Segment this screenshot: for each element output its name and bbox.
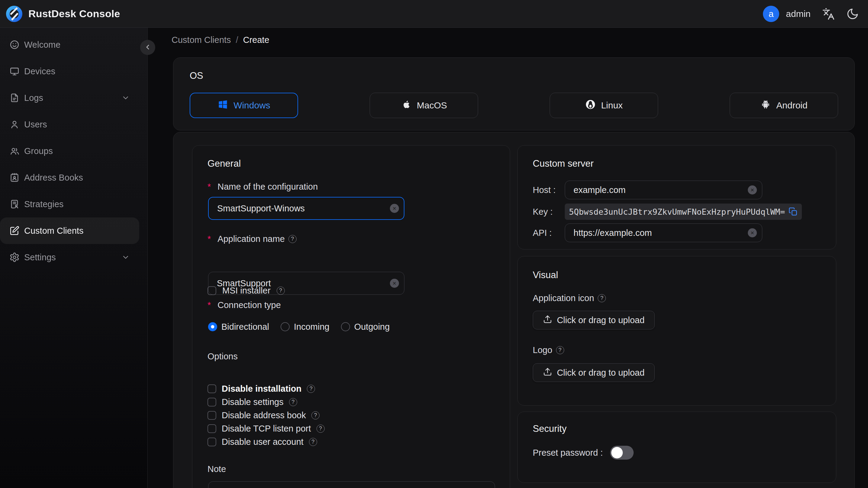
key-value: 5Qbwsde3unUcJBtrx9ZkvUmwFNoExHzpryHuPUdq… (569, 207, 785, 216)
configuration-section: General Name of the configuration Applic… (173, 132, 855, 488)
strategy-icon (9, 199, 20, 209)
dark-mode-moon-icon[interactable] (846, 7, 859, 20)
apple-icon (401, 99, 412, 112)
host-label: Host : (533, 185, 565, 195)
key-field[interactable]: 5Qbwsde3unUcJBtrx9ZkvUmwFNoExHzpryHuPUdq… (565, 204, 802, 220)
sidebar-item-users[interactable]: Users (0, 111, 147, 138)
help-icon[interactable] (316, 425, 325, 433)
sidebar-item-strategies[interactable]: Strategies (0, 191, 147, 217)
disable-user-account-checkbox[interactable] (208, 437, 216, 446)
visual-card: Visual Application icon Click or drag to… (517, 256, 836, 405)
option-disable-address-book: Disable address book (208, 410, 325, 421)
edit-icon (9, 225, 20, 236)
help-icon[interactable] (556, 346, 564, 354)
clear-icon[interactable] (390, 279, 399, 288)
msi-installer-checkbox[interactable] (208, 286, 216, 295)
os-windows-button[interactable]: Windows (190, 93, 298, 118)
option-disable-settings: Disable settings (208, 396, 325, 407)
sidebar: Welcome Devices Logs Users (0, 28, 148, 488)
sidebar-item-welcome[interactable]: Welcome (0, 31, 147, 58)
help-icon[interactable] (288, 235, 297, 243)
sidebar-item-label: Logs (24, 93, 43, 103)
os-macos-button[interactable]: MacOS (370, 93, 478, 118)
os-option-label: Windows (234, 100, 270, 111)
main-content: Custom Clients / Create OS Windows (148, 28, 868, 488)
os-option-label: Linux (601, 100, 623, 111)
os-android-button[interactable]: Android (730, 93, 838, 118)
copy-icon[interactable] (788, 207, 798, 216)
api-label: API : (533, 228, 565, 238)
app-title: RustDesk Console (28, 8, 120, 20)
disable-settings-checkbox[interactable] (208, 398, 216, 406)
radio-icon[interactable] (341, 322, 350, 331)
clear-icon[interactable] (748, 185, 757, 194)
upload-logo-button[interactable]: Click or drag to upload (533, 363, 655, 382)
language-icon[interactable] (822, 7, 835, 20)
os-options-row: Windows MacOS Linux (190, 93, 838, 118)
option-disable-user-account: Disable user account (208, 436, 325, 447)
linux-icon (585, 99, 596, 112)
host-input[interactable] (565, 181, 762, 199)
configuration-name-input[interactable] (208, 197, 404, 220)
key-row: Key : 5Qbwsde3unUcJBtrx9ZkvUmwFNoExHzpry… (533, 204, 822, 220)
disable-tcp-listen-port-checkbox[interactable] (208, 424, 216, 433)
upload-icon (543, 367, 552, 378)
sidebar-item-label: Welcome (24, 40, 60, 50)
help-icon[interactable] (277, 286, 285, 295)
radio-option-bidirectional[interactable]: Bidirectional (208, 322, 269, 332)
option-disable-tcp-listen-port: Disable TCP listen port (208, 423, 325, 434)
toggle-knob (611, 447, 623, 458)
address-book-icon (9, 173, 20, 183)
radio-option-incoming[interactable]: Incoming (281, 322, 330, 332)
connection-type-radio-group: Bidirectional Incoming Outgoing (208, 321, 390, 333)
upload-application-icon-button[interactable]: Click or drag to upload (533, 311, 655, 330)
user-name[interactable]: admin (786, 9, 811, 19)
os-linux-button[interactable]: Linux (550, 93, 658, 118)
chevron-down-icon (121, 94, 130, 102)
sidebar-item-groups[interactable]: Groups (0, 138, 147, 164)
note-textarea[interactable] (208, 481, 495, 488)
help-icon[interactable] (307, 385, 315, 393)
help-icon[interactable] (309, 438, 317, 446)
radio-icon[interactable] (208, 322, 217, 331)
help-icon[interactable] (289, 398, 297, 406)
clear-icon[interactable] (390, 204, 399, 213)
breadcrumb-separator: / (236, 35, 238, 45)
sidebar-item-address-books[interactable]: Address Books (0, 164, 147, 191)
breadcrumb-current: Create (243, 35, 270, 45)
help-icon[interactable] (598, 294, 606, 302)
users-icon (9, 146, 20, 156)
sidebar-item-logs[interactable]: Logs (0, 85, 147, 111)
disable-address-book-checkbox[interactable] (208, 411, 216, 420)
visual-title: Visual (533, 270, 558, 280)
sidebar-item-label: Settings (24, 252, 56, 263)
disable-installation-checkbox[interactable] (208, 385, 216, 393)
help-icon[interactable] (311, 411, 319, 420)
os-option-label: MacOS (417, 100, 447, 111)
clear-icon[interactable] (748, 228, 757, 237)
upload-icon (543, 315, 552, 326)
sidebar-item-label: Custom Clients (24, 226, 84, 236)
security-title: Security (533, 423, 566, 434)
sidebar-item-custom-clients[interactable]: Custom Clients (0, 217, 139, 244)
sidebar-item-devices[interactable]: Devices (0, 58, 147, 85)
logo-label: Logo (533, 345, 564, 355)
options-list: Disable installation Disable settings Di… (208, 383, 325, 447)
msi-installer-row: MSI installer (208, 285, 285, 296)
breadcrumb: Custom Clients / Create (172, 35, 270, 45)
breadcrumb-parent[interactable]: Custom Clients (172, 35, 231, 45)
avatar[interactable]: a (763, 6, 779, 22)
preset-password-toggle[interactable] (610, 446, 633, 460)
option-disable-installation: Disable installation (208, 383, 325, 394)
radio-icon[interactable] (281, 322, 290, 331)
host-field (565, 181, 762, 199)
configuration-name-field (208, 197, 404, 220)
sidebar-collapse-button[interactable] (140, 40, 155, 55)
radio-option-outgoing[interactable]: Outgoing (341, 322, 390, 332)
preset-password-label: Preset password : (533, 448, 603, 458)
upload-button-label: Click or drag to upload (557, 315, 645, 325)
general-title: General (208, 158, 241, 169)
rustdesk-logo-icon (5, 5, 23, 23)
api-input[interactable] (565, 223, 762, 242)
sidebar-item-settings[interactable]: Settings (0, 244, 147, 271)
